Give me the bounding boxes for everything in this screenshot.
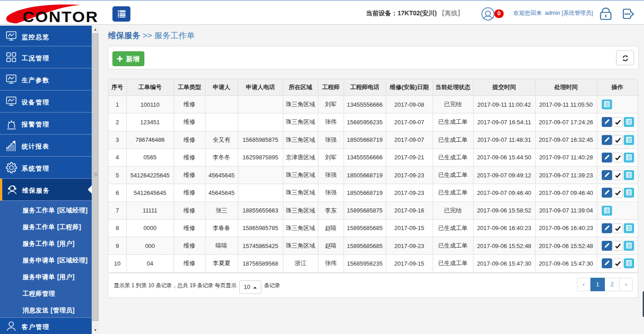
svg-text:CONTOR: CONTOR bbox=[22, 8, 98, 25]
